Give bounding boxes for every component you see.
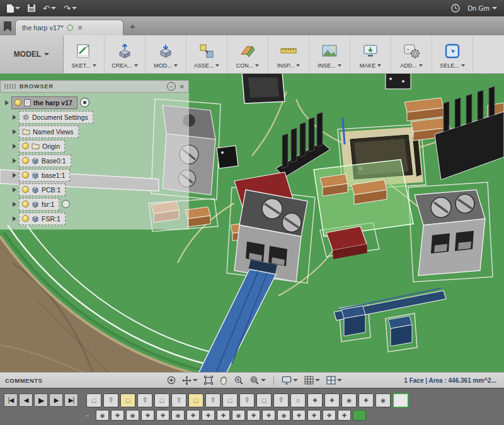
sketch-button[interactable]: SKET... [64, 35, 105, 73]
visibility-bulb-icon[interactable] [22, 157, 29, 164]
user-account-menu[interactable]: Dn Gm [466, 3, 499, 13]
timeline-sketch-hl-icon[interactable] [120, 393, 135, 407]
browser-item-named-views[interactable]: Named Views [3, 125, 186, 137]
step-back-icon[interactable]: ◀ [19, 393, 33, 407]
top-small-ic[interactable] [386, 74, 411, 89]
timeline-joint-icon[interactable] [171, 410, 185, 421]
timeline-extrude-icon[interactable] [205, 393, 220, 407]
timeline-tick-icon[interactable] [81, 410, 94, 421]
timeline-move-icon[interactable] [338, 410, 351, 421]
timeline-sketch-icon[interactable] [256, 393, 272, 407]
visibility-bulb-icon[interactable] [22, 215, 29, 222]
zoom-window-icon[interactable] [248, 375, 268, 386]
timeline-move-icon[interactable] [186, 410, 200, 421]
disclosure-icon[interactable] [13, 158, 16, 163]
add-comment-icon[interactable] [165, 375, 178, 385]
timeline-extrude-icon[interactable] [103, 393, 118, 407]
timeline-joint-icon[interactable] [341, 393, 357, 407]
viewports-icon[interactable] [324, 375, 344, 385]
browser-item-fsr-lower[interactable]: fsr:1 [3, 198, 186, 210]
visibility-bulb-icon[interactable] [14, 99, 21, 106]
visibility-bulb-icon[interactable] [22, 172, 29, 178]
visibility-bulb-icon[interactable] [22, 201, 29, 207]
play-icon[interactable]: ▶ [34, 393, 48, 407]
timeline-sketch-hl-icon[interactable] [188, 393, 203, 407]
timeline-move-icon[interactable] [323, 410, 336, 421]
file-menu-icon[interactable] [5, 3, 22, 14]
save-icon[interactable] [26, 3, 37, 13]
make-button[interactable]: MAKE [350, 35, 391, 73]
construct-button[interactable]: CON... [227, 35, 268, 73]
visibility-bulb-icon[interactable] [22, 186, 29, 193]
disclosure-icon[interactable] [13, 129, 16, 134]
select-button[interactable]: SELE... [432, 35, 473, 73]
timeline-joint-icon[interactable] [277, 410, 290, 421]
disclosure-icon[interactable] [13, 115, 16, 120]
panel-grip-icon[interactable] [4, 84, 16, 89]
browser-item-base0[interactable]: Base0:1 [3, 154, 186, 166]
comments-label[interactable]: COMMENTS [5, 377, 163, 384]
step-forward-icon[interactable]: ▶ [49, 393, 63, 407]
timeline-sketch-icon[interactable] [222, 393, 238, 407]
tab-close-icon[interactable]: ✕ [77, 25, 83, 31]
grid-snap-icon[interactable] [302, 375, 322, 385]
browser-item-doc-settings[interactable]: Document Settings [3, 111, 186, 123]
inspect-button[interactable]: INSP... [268, 35, 309, 73]
timeline-joint-icon[interactable] [232, 410, 245, 421]
disclosure-icon[interactable] [13, 173, 16, 178]
view-cube[interactable]: RIGHT [471, 74, 504, 78]
browser-item-origin[interactable]: Origin [3, 140, 186, 152]
workspace-selector[interactable]: MODEL [0, 35, 64, 73]
timeline-move-icon[interactable] [111, 410, 124, 421]
redo-icon[interactable]: ↷ [62, 3, 79, 14]
pan-hand-icon[interactable] [217, 375, 230, 386]
timeline-extrude-icon[interactable] [137, 393, 152, 407]
timeline-move-icon[interactable] [202, 410, 215, 421]
timeline-move-icon[interactable] [262, 410, 275, 421]
data-panel-toggle-icon[interactable] [4, 21, 11, 32]
disclosure-icon[interactable] [13, 144, 16, 149]
model-viewport[interactable]: RIGHT BROWSER – ✕ the harp v17 [0, 74, 504, 372]
pan-icon[interactable] [180, 375, 200, 386]
timeline-cylinder-icon[interactable] [290, 393, 306, 407]
new-tab-button[interactable]: + [130, 21, 135, 32]
disclosure-icon[interactable] [13, 202, 16, 207]
navy-box-2[interactable] [388, 316, 412, 346]
browser-item-fsr-upper[interactable]: FSR:1 [3, 212, 186, 224]
disclosure-icon[interactable] [13, 216, 16, 221]
skip-to-start-icon[interactable]: |◀ [4, 393, 18, 407]
timeline-move-icon[interactable] [247, 410, 260, 421]
terminal-block-right[interactable] [415, 190, 485, 276]
navy-box-1[interactable] [341, 306, 365, 336]
timeline-sketch-icon[interactable] [86, 393, 101, 407]
browser-item-base1[interactable]: base1:1 [3, 169, 186, 181]
browser-item-root[interactable]: the harp v17 [3, 96, 186, 108]
timeline-move-icon[interactable] [217, 410, 230, 421]
timeline-joint-icon[interactable] [96, 410, 109, 421]
zoom-in-icon[interactable] [232, 375, 246, 386]
timeline-move-icon[interactable] [292, 410, 306, 421]
notifications-clock-icon[interactable] [449, 3, 462, 14]
skip-to-end-icon[interactable]: ▶| [64, 393, 78, 407]
timeline-joint-icon[interactable] [126, 410, 139, 421]
visibility-bulb-icon[interactable] [22, 143, 29, 149]
timeline-end-marker-icon[interactable] [392, 393, 409, 408]
timeline-joint-icon[interactable] [375, 393, 391, 407]
create-button[interactable]: CREA... [105, 35, 146, 73]
close-panel-icon[interactable]: ✕ [180, 83, 185, 90]
modify-button[interactable]: MOD... [146, 35, 186, 73]
undo-icon[interactable]: ↶ [41, 3, 58, 14]
timeline-move-icon[interactable] [307, 393, 323, 407]
display-settings-icon[interactable] [280, 375, 300, 385]
top-connector[interactable] [242, 74, 285, 103]
timeline-extrude-icon[interactable] [239, 393, 255, 407]
document-tab[interactable]: the harp v17* ✕ [15, 20, 123, 35]
assemble-button[interactable]: ASSE... [186, 35, 227, 73]
eye-icon[interactable] [80, 98, 89, 107]
timeline-move-icon[interactable] [156, 410, 169, 421]
small-ic-left[interactable] [217, 146, 238, 168]
insert-button[interactable]: INSE... [309, 35, 350, 73]
timeline-move-icon[interactable] [141, 410, 154, 421]
browser-header[interactable]: BROWSER – ✕ [0, 80, 189, 93]
timeline-extrude-icon[interactable] [171, 393, 186, 407]
